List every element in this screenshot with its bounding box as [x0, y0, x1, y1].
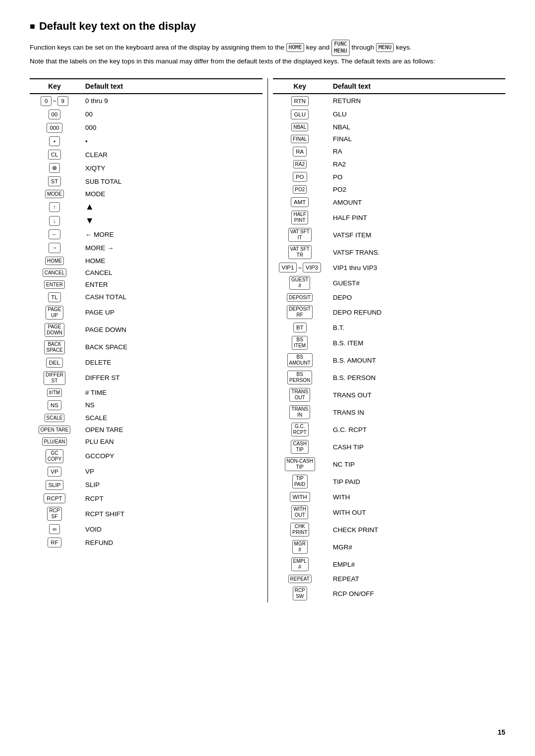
key-icon: WITH	[290, 492, 310, 502]
key-icon: 00	[49, 109, 61, 119]
default-text-cell: FINAL	[327, 133, 505, 145]
default-text-cell: BACK SPACE	[79, 338, 263, 356]
table-row: G.C.RCPTG.C. RCPT	[273, 421, 506, 438]
key-cell: PO2	[273, 184, 327, 196]
key-cell: CHKPRINT	[273, 521, 327, 539]
key-icon: ←	[49, 229, 60, 239]
key-cell: 00	[30, 108, 79, 121]
key-icon: WITHOUT	[291, 505, 308, 519]
table-row: HOMEHOME	[30, 255, 263, 267]
key-cell: AMT	[273, 196, 327, 209]
key-cell: RA	[273, 145, 327, 158]
default-text-cell: RA2	[327, 158, 505, 170]
key-cell: ↑	[30, 200, 79, 214]
default-text-cell: # TIME	[79, 386, 263, 398]
table-row: DEPOSITRFDEPO REFUND	[273, 304, 506, 321]
key-icon: BT	[293, 323, 307, 332]
default-text-cell: EMPL#	[327, 556, 505, 573]
table-row: TLCASH TOTAL	[30, 290, 263, 304]
key-cell: ∞	[30, 523, 79, 536]
key-icon: VIP3	[303, 263, 321, 272]
default-text-cell: VATSF TRANS.	[327, 244, 505, 261]
key-icon: TIPPAID	[292, 475, 308, 488]
intro-through: through	[351, 44, 376, 51]
default-text-cell: X/QTY	[79, 162, 263, 175]
table-row: EMPL#EMPL#	[273, 556, 506, 573]
key-cell: DEPOSIT	[273, 292, 327, 304]
default-text-cell: REFUND	[79, 536, 263, 549]
key-icon: DIFFERST	[44, 371, 65, 385]
key-cell: BSITEM	[273, 334, 327, 352]
key-cell: •	[30, 134, 79, 148]
key-icon: GCCOPY	[46, 449, 63, 463]
default-text-cell: 0 thru 9	[79, 94, 263, 108]
key-icon: REPEAT	[288, 575, 312, 583]
table-row: BSAMOUNTB.S. AMOUNT	[273, 352, 506, 369]
key-icon: OPEN TARE	[39, 426, 71, 434]
key-cell: NBAL	[273, 121, 327, 133]
table-row: CANCELCANCEL	[30, 267, 263, 278]
key-cell: NS	[30, 398, 79, 412]
key-icon: RCPSF	[47, 507, 61, 521]
key-cell: #/TM	[30, 386, 79, 398]
default-text-cell: RETURN	[327, 94, 505, 108]
key-cell: BACKSPACE	[30, 338, 79, 356]
key-cell: →	[30, 241, 79, 255]
default-text-cell: B.T.	[327, 321, 505, 334]
default-text-cell: OPEN TARE	[79, 424, 263, 435]
key-icon: EMPL#	[291, 557, 309, 571]
key-cell: RCPT	[30, 492, 79, 505]
default-text-cell: DELETE	[79, 356, 263, 369]
intro-note: Note that the labels on the key tops in …	[30, 57, 435, 65]
arrow-down-symbol: ▼	[85, 216, 94, 225]
table-row: VIP1 ~ VIP3VIP1 thru VIP3	[273, 261, 506, 274]
table-row: RCPSWRCP ON/OFF	[273, 585, 506, 602]
key-icon: NBAL	[291, 123, 308, 131]
left-col-key: Key	[30, 79, 79, 94]
default-text-cell: CASH TIP	[327, 438, 505, 456]
key-icon: RA2	[293, 160, 307, 168]
key-cell: HALFPINT	[273, 209, 327, 226]
key-icon: BSAMOUNT	[287, 353, 313, 367]
column-divider	[268, 78, 268, 602]
default-text-cell: VOID	[79, 523, 263, 536]
key-cell: RCPSF	[30, 505, 79, 523]
key-cell: SLIP	[30, 478, 79, 491]
default-text-cell: GLU	[327, 108, 505, 121]
default-text-cell: SCALE	[79, 412, 263, 424]
table-row: RFREFUND	[30, 536, 263, 549]
table-row: 0 ~ 90 thru 9	[30, 94, 263, 108]
key-icon: RCPT	[44, 493, 65, 503]
table-row: ••	[30, 134, 263, 148]
table-row: POPO	[273, 170, 506, 183]
key-cell: TL	[30, 290, 79, 304]
table-row: GCCOPYGCCOPY	[30, 447, 263, 465]
table-row: PAGEUPPAGE UP	[30, 304, 263, 321]
key-cell: TRANSOUT	[273, 386, 327, 404]
key-icon: G.C.RCPT	[291, 423, 309, 436]
table-row: TRANSOUTTRANS OUT	[273, 386, 506, 404]
table-row: VPVP	[30, 465, 263, 478]
table-row: ←← MORE	[30, 228, 263, 241]
key-icon: TRANSOUT	[289, 388, 310, 402]
key-cell: HOME	[30, 255, 79, 267]
key-cell: RF	[30, 536, 79, 549]
key-cell: GUEST#	[273, 274, 327, 292]
key-cell: MODE	[30, 188, 79, 200]
table-row: NSNS	[30, 398, 263, 412]
key-cell: RCPSW	[273, 585, 327, 602]
key-icon: RA	[293, 147, 307, 157]
key-icon: HOME	[45, 257, 64, 265]
intro-line1: Function keys can be set on the keyboard…	[30, 44, 284, 51]
key-icon: MGR#	[292, 540, 308, 554]
key-icon: GUEST#	[289, 276, 310, 290]
key-icon: BSITEM	[292, 336, 308, 350]
range-tilde: ~	[298, 264, 302, 271]
left-col-default: Default text	[79, 79, 263, 94]
table-row: PO2PO2	[273, 184, 506, 196]
key-icon: PO2	[293, 185, 307, 194]
default-text-cell: B.S. PERSON	[327, 369, 505, 386]
key-cell: BSPERSON	[273, 369, 327, 386]
key-cell: CANCEL	[30, 267, 79, 278]
default-text-cell: DIFFER ST	[79, 369, 263, 386]
